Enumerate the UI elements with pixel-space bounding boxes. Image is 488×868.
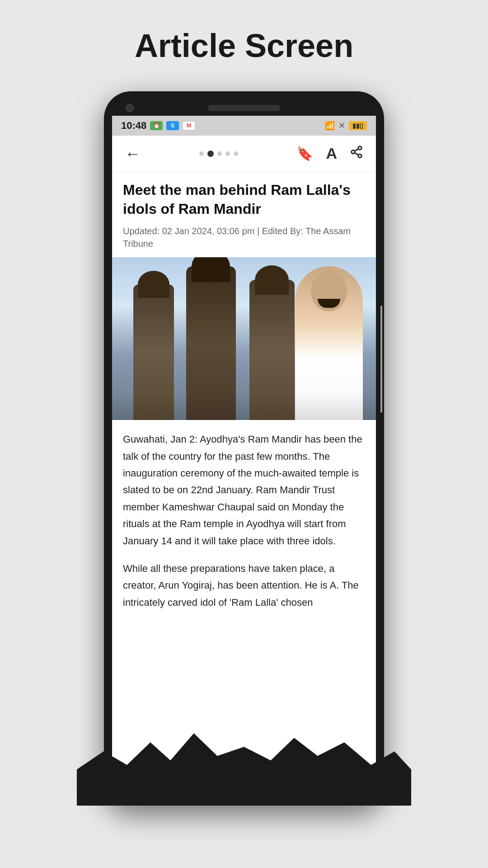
- nav-icons: 🔖 A: [296, 145, 363, 162]
- share-button[interactable]: [350, 145, 363, 162]
- bookmark-button[interactable]: 🔖: [296, 146, 313, 161]
- phone-speaker: [208, 105, 280, 111]
- article-body: Guwahati, Jan 2: Ayodhya's Ram Mandir ha…: [112, 420, 376, 632]
- status-right: 📶 ✕ ▮▮▯: [325, 121, 367, 131]
- battery-icon: ▮▮▯: [349, 121, 367, 130]
- signal-x-icon: ✕: [338, 121, 345, 131]
- svg-line-3: [355, 153, 359, 155]
- svg-line-4: [355, 149, 359, 151]
- svg-point-2: [358, 154, 362, 158]
- dot-3: [217, 151, 222, 156]
- dot-2: [207, 151, 214, 157]
- progress-dots: [199, 151, 238, 157]
- phone-camera: [126, 104, 134, 112]
- svg-point-0: [358, 146, 362, 150]
- article-paragraph-1: Guwahati, Jan 2: Ayodhya's Ram Mandir ha…: [123, 431, 365, 549]
- dot-1: [199, 151, 204, 156]
- article-image: [112, 257, 376, 420]
- dot-5: [234, 151, 238, 156]
- status-time: 10:48: [121, 120, 146, 132]
- page-title: Article Screen: [135, 27, 353, 64]
- article-meta: Updated: 02 Jan 2024, 03:06 pm | Edited …: [123, 225, 365, 250]
- back-button[interactable]: ←: [125, 144, 141, 163]
- status-bar: 10:48 ⏰ S M 📶 ✕ ▮▮▯: [112, 116, 376, 136]
- person-head: [311, 271, 347, 311]
- article-content: Meet the man behind Ram Lalla's idols of…: [112, 172, 376, 787]
- article-paragraph-2: While all these preparations have taken …: [123, 560, 365, 611]
- phone-notch: [112, 99, 376, 116]
- nav-bar: ← 🔖 A: [112, 136, 376, 172]
- image-overlay: [112, 393, 376, 420]
- font-size-button[interactable]: A: [326, 145, 337, 162]
- svg-point-1: [352, 150, 355, 154]
- sync-icon: S: [166, 121, 179, 130]
- clock-icon: ⏰: [150, 121, 163, 130]
- dot-4: [225, 151, 230, 156]
- article-title: Meet the man behind Ram Lalla's idols of…: [123, 181, 365, 218]
- phone-screen: 10:48 ⏰ S M 📶 ✕ ▮▮▯ ←: [112, 116, 376, 787]
- article-header: Meet the man behind Ram Lalla's idols of…: [112, 172, 376, 257]
- phone-frame: 10:48 ⏰ S M 📶 ✕ ▮▮▯ ←: [104, 91, 384, 806]
- nav-left: ←: [125, 144, 141, 163]
- wifi-icon: 📶: [325, 121, 335, 131]
- gmail-icon: M: [183, 121, 195, 130]
- scroll-indicator: [380, 306, 382, 413]
- status-left: 10:48 ⏰ S M: [121, 120, 195, 132]
